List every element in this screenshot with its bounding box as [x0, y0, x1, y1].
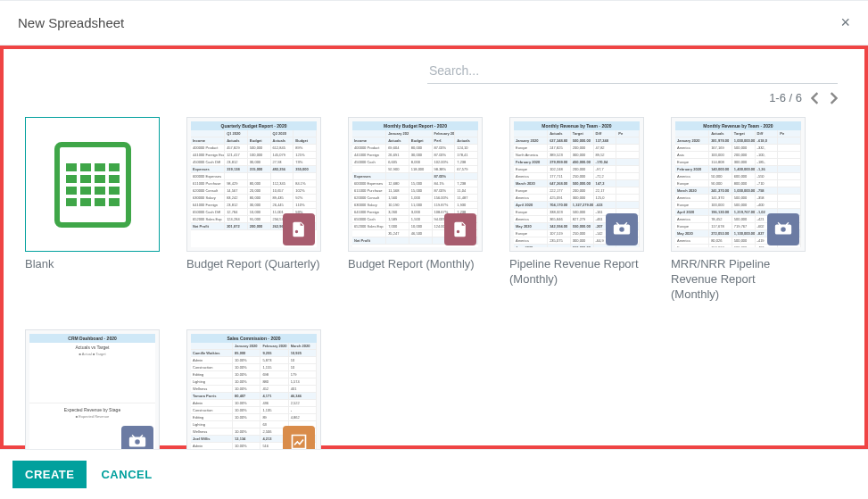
crm-badge-icon [121, 426, 153, 449]
template-mrr-nrr-pipeline[interactable]: Monthly Revenue by Team - 2020 ActualsTa… [671, 117, 806, 303]
report-badge-icon [283, 213, 315, 245]
thumb-sub: Actuals vs Target [29, 343, 155, 352]
close-icon: × [840, 13, 850, 31]
template-thumb: Sales Commission - 2020 January 2020Febr… [186, 329, 321, 449]
sales-badge-icon [283, 426, 315, 449]
create-button[interactable]: CREATE [12, 461, 87, 488]
template-budget-quarterly[interactable]: Quarterly Budget Report - 2020 Q1 2020Q2… [186, 117, 321, 303]
thumb-title: Monthly Revenue by Team - 2020 [514, 121, 640, 130]
modal-body[interactable]: 1-6 / 6 Blank [0, 46, 868, 449]
pager-row: 1-6 / 6 [25, 84, 838, 117]
template-budget-monthly[interactable]: Monthly Budget Report - 2020 January 202… [348, 117, 483, 303]
template-label: Blank [25, 252, 160, 282]
close-button[interactable]: × [840, 13, 850, 32]
template-label: Budget Report (Quarterly) [186, 252, 321, 282]
search-input[interactable] [427, 58, 838, 84]
templates-grid: Blank Quarterly Budget Report - 2020 Q1 … [25, 117, 838, 449]
template-thumb: Monthly Revenue by Team - 2020 ActualsTa… [509, 117, 644, 252]
template-label: MRR/NRR Pipeline Revenue Report (Monthly… [671, 252, 806, 303]
search-row [25, 46, 838, 84]
new-spreadsheet-modal: New Spreadsheet × 1-6 / 6 [0, 0, 868, 499]
pager-text: 1-6 / 6 [769, 91, 802, 104]
crm-badge-icon [767, 213, 799, 245]
pager-prev-button[interactable] [811, 92, 820, 104]
template-label: Pipeline Revenue Report (Monthly) [509, 252, 644, 287]
template-thumb: Monthly Budget Report - 2020 January 202… [348, 117, 483, 252]
chevron-right-icon [829, 92, 838, 104]
modal-footer: CREATE CANCEL [0, 449, 868, 499]
template-pipeline-revenue-monthly[interactable]: Monthly Revenue by Team - 2020 ActualsTa… [509, 117, 644, 283]
thumb-title: Sales Commission - 2020 [191, 334, 317, 343]
template-thumb-blank [25, 117, 160, 252]
chevron-left-icon [811, 92, 820, 104]
modal-header: New Spreadsheet × [0, 1, 868, 46]
thumb-title: Monthly Revenue by Team - 2020 [675, 121, 801, 130]
template-thumb: CRM Dashboard - 2020 Actuals vs Target ■… [25, 329, 160, 449]
template-thumb: Quarterly Budget Report - 2020 Q1 2020Q2… [186, 117, 321, 252]
thumb-title: Quarterly Budget Report - 2020 [191, 121, 317, 130]
report-badge-icon [444, 213, 476, 245]
thumb-title: CRM Dashboard - 2020 [29, 334, 155, 343]
template-sales-commission[interactable]: Sales Commission - 2020 January 2020Febr… [186, 329, 321, 449]
template-crm-dashboard[interactable]: CRM Dashboard - 2020 Actuals vs Target ■… [25, 329, 160, 449]
template-label: Budget Report (Monthly) [348, 252, 483, 282]
crm-badge-icon [606, 213, 638, 245]
thumb-sub2: Expected Revenue by Stage [29, 405, 155, 414]
cancel-button[interactable]: CANCEL [101, 468, 152, 481]
spreadsheet-icon [54, 142, 131, 228]
template-blank[interactable]: Blank [25, 117, 160, 303]
thumb-title: Monthly Budget Report - 2020 [352, 121, 478, 130]
pager-next-button[interactable] [829, 92, 838, 104]
template-thumb: Monthly Revenue by Team - 2020 ActualsTa… [671, 117, 806, 252]
modal-title: New Spreadsheet [18, 15, 124, 30]
